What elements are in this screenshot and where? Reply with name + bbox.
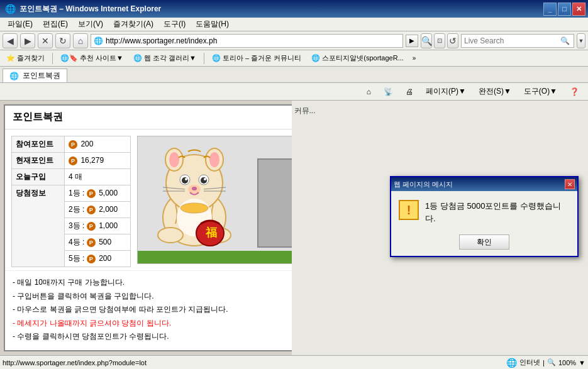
msg-titlebar: 웹 페이지의 메시지 ✕ xyxy=(391,177,577,191)
msg-close-button[interactable]: ✕ xyxy=(565,179,575,189)
tab-lottery[interactable]: 🌐 포인트복권 xyxy=(3,69,67,82)
address-bar[interactable]: 🌐 xyxy=(91,34,403,48)
refresh-button[interactable]: ↻ xyxy=(55,33,70,48)
menu-file[interactable]: 파일(E) xyxy=(3,18,38,31)
info-section: - 매일 10매까지 구매 가능합니다. - 구입버튼을 클릭하여 복권을 구입… xyxy=(5,270,292,350)
toria-icon: 🌐 xyxy=(212,54,221,62)
msg-text: 1등 당첨금 5000포인트를 수령했습니다. xyxy=(425,200,570,224)
tiger-svg: 福 xyxy=(144,142,245,249)
current-points-row: 현재포인트 P 16,279 xyxy=(12,153,131,169)
prize-badge-4: P xyxy=(87,238,96,247)
info-line-1-text: - 매일 10매까지 구매 가능합니다. xyxy=(13,278,125,287)
fav-sportager[interactable]: 🌐 스포티지알넷(sportageR... xyxy=(308,52,408,64)
svg-point-9 xyxy=(201,177,207,184)
svg-point-11 xyxy=(204,178,206,180)
fav-toria[interactable]: 🌐 토리아 – 즐거운 커뮤니티 xyxy=(208,52,305,64)
search-box: 🔍 xyxy=(461,34,574,48)
prize-4: 4등 : P 500 xyxy=(65,234,131,251)
star-icon: ⭐ xyxy=(6,54,15,62)
toolbar-print[interactable]: 🖨 xyxy=(402,86,417,97)
search-tools-button[interactable]: 🔍 xyxy=(421,33,432,48)
search-button[interactable]: 🔍 xyxy=(558,35,571,47)
popup-dialog: ✕ 포인트복권 참여포인트 P xyxy=(4,104,292,351)
forward-button[interactable]: ▶ xyxy=(20,33,35,48)
fav-separator-2 xyxy=(204,53,204,64)
menu-view[interactable]: 보기(V) xyxy=(73,18,108,31)
lottery-info-section: 참여포인트 P 200 현재포인트 P xyxy=(11,136,131,264)
sportager-label: 스포티지알넷(sportageR... xyxy=(322,53,404,63)
page-toolbar: ⌂ 📡 🖨 페이지(P)▼ 완전(S)▼ 도구(O)▼ ❓ xyxy=(0,83,588,101)
today-purchase-value: 4 매 xyxy=(65,169,131,185)
msg-body: ! 1등 당첨금 5000포인트를 수령했습니다. xyxy=(391,191,577,231)
title-bar-left: 🌐 포인트복권 – Windows Internet Explorer xyxy=(5,4,161,14)
ok-button[interactable]: 확인 xyxy=(459,234,509,250)
search-input[interactable] xyxy=(464,36,558,45)
current-points-label: 현재포인트 xyxy=(12,153,65,169)
status-bar: http://www.sportager.net/index.php?modul… xyxy=(0,355,588,369)
browser-content: ✕ 포인트복권 참여포인트 P xyxy=(0,101,292,355)
prize-1-rank: 1등 : xyxy=(69,189,87,197)
prize-4-value: 500 xyxy=(99,238,111,246)
participation-value: P 200 xyxy=(65,136,131,153)
message-dialog: 웹 페이지의 메시지 ✕ ! 1등 당첨금 5000포인트를 수령했습니다. 확… xyxy=(390,176,579,257)
zoom-dropdown[interactable]: ▼ xyxy=(579,359,585,366)
popup-title: 포인트복권 xyxy=(5,106,292,129)
browser-title: 포인트복권 – Windows Internet Explorer xyxy=(19,4,161,14)
info-line-2: - 구입버튼을 클릭하여 복권을 구입합니다. xyxy=(13,290,292,304)
prize-3: 3등 : P 1,000 xyxy=(65,218,131,234)
prize-badge-5: P xyxy=(87,255,96,263)
prize-area[interactable]: 1등 xyxy=(257,158,292,248)
fav-more-button[interactable]: » xyxy=(410,55,419,62)
info-line-2-text: - 구입버튼을 클릭하여 복권을 구입합니다. xyxy=(13,292,154,300)
home-button[interactable]: ⌂ xyxy=(73,33,88,48)
ie-icon: 🌐 xyxy=(5,4,16,14)
favorites-bar: ⭐ 즐겨찾기 🌐🔖 추천 사이트▼ 🌐 웹 조각 갤러리▼ 🌐 토리아 – 즐거… xyxy=(0,50,588,67)
tiger-character: 福 xyxy=(144,142,245,251)
prize-1-value: 5,000 xyxy=(99,189,118,197)
msg-title: 웹 페이지의 메시지 xyxy=(394,180,453,189)
sidebar-text: 커뮤... xyxy=(294,106,316,116)
toolbar-rss[interactable]: 📡 xyxy=(380,86,397,97)
compat-button[interactable]: ⊡ xyxy=(434,33,445,48)
stop-button[interactable]: ✕ xyxy=(38,33,53,48)
participation-row: 참여포인트 P 200 xyxy=(12,136,131,153)
prize-badge-2: P xyxy=(87,206,96,214)
go-button[interactable]: ▶ xyxy=(406,35,418,47)
menu-bar: 파일(E) 편집(E) 보기(V) 즐겨찾기(A) 도구(I) 도움말(H) xyxy=(0,18,588,31)
tab-bar: 🌐 포인트복권 xyxy=(0,67,588,83)
prize-1: 1등 : P 5,000 xyxy=(65,185,131,202)
msg-button-area: 확인 xyxy=(391,231,577,256)
fav-recommend[interactable]: 🌐🔖 추천 사이트▼ xyxy=(57,52,127,64)
info-line-5-text: - 수령을 클릭하시면 당첨포인트가 수령됩니다. xyxy=(13,332,169,341)
menu-favorites[interactable]: 즐겨찾기(A) xyxy=(108,18,158,31)
minimize-button[interactable]: _ xyxy=(543,3,557,16)
point-badge-1: P xyxy=(69,140,77,149)
menu-tools[interactable]: 도구(I) xyxy=(158,18,191,31)
fav-favorites[interactable]: ⭐ 즐겨찾기 xyxy=(3,52,48,64)
svg-point-8 xyxy=(182,177,188,184)
close-button[interactable]: ✕ xyxy=(572,3,585,16)
toolbar-help[interactable]: ❓ xyxy=(566,86,583,97)
grass-area xyxy=(138,251,292,263)
current-points-value: P 16,279 xyxy=(65,153,131,169)
toolbar-tools[interactable]: 도구(O)▼ xyxy=(520,85,561,98)
menu-help[interactable]: 도움말(H) xyxy=(191,18,234,31)
toolbar-safety[interactable]: 완전(S)▼ xyxy=(475,85,515,98)
window-controls: _ □ ✕ xyxy=(543,3,585,16)
refresh2-button[interactable]: ↺ xyxy=(447,33,458,48)
search-options-button[interactable]: ▼ xyxy=(577,33,585,48)
toolbar-home[interactable]: ⌂ xyxy=(363,86,375,97)
svg-point-4 xyxy=(169,152,179,167)
address-input[interactable] xyxy=(106,36,400,45)
zoom-separator: | xyxy=(543,359,545,366)
maximize-button[interactable]: □ xyxy=(558,3,571,16)
back-button[interactable]: ◀ xyxy=(3,33,18,48)
toolbar-page[interactable]: 페이지(P)▼ xyxy=(422,85,470,98)
fav-gallery[interactable]: 🌐 웹 조각 갤러리▼ xyxy=(130,52,200,64)
prize-5: 5등 : P 200 xyxy=(65,251,131,267)
title-bar: 🌐 포인트복권 – Windows Internet Explorer _ □ … xyxy=(0,0,588,18)
menu-edit[interactable]: 편집(E) xyxy=(38,18,73,31)
today-purchase-label: 오늘구입 xyxy=(12,169,65,185)
point-badge-2: P xyxy=(69,157,77,165)
popup-body: 참여포인트 P 200 현재포인트 P xyxy=(5,129,292,270)
